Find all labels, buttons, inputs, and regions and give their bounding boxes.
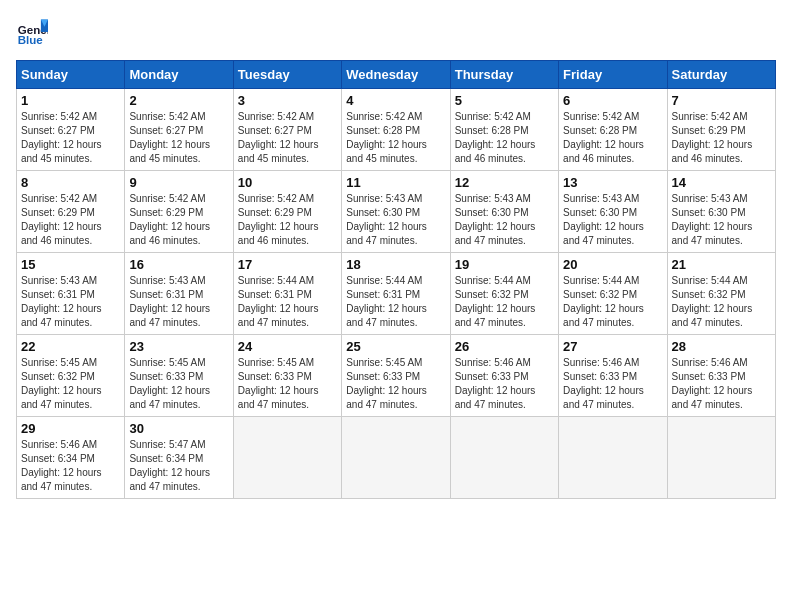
day-info: Sunrise: 5:45 AM Sunset: 6:33 PM Dayligh…: [238, 356, 337, 412]
day-info: Sunrise: 5:45 AM Sunset: 6:32 PM Dayligh…: [21, 356, 120, 412]
day-info: Sunrise: 5:43 AM Sunset: 6:31 PM Dayligh…: [129, 274, 228, 330]
day-info: Sunrise: 5:44 AM Sunset: 6:31 PM Dayligh…: [238, 274, 337, 330]
calendar-cell: 25 Sunrise: 5:45 AM Sunset: 6:33 PM Dayl…: [342, 335, 450, 417]
day-number: 13: [563, 175, 662, 190]
day-info: Sunrise: 5:47 AM Sunset: 6:34 PM Dayligh…: [129, 438, 228, 494]
day-info: Sunrise: 5:44 AM Sunset: 6:32 PM Dayligh…: [563, 274, 662, 330]
day-number: 4: [346, 93, 445, 108]
day-info: Sunrise: 5:42 AM Sunset: 6:29 PM Dayligh…: [672, 110, 771, 166]
day-number: 20: [563, 257, 662, 272]
calendar-cell: 5 Sunrise: 5:42 AM Sunset: 6:28 PM Dayli…: [450, 89, 558, 171]
calendar-cell: 12 Sunrise: 5:43 AM Sunset: 6:30 PM Dayl…: [450, 171, 558, 253]
day-info: Sunrise: 5:43 AM Sunset: 6:30 PM Dayligh…: [672, 192, 771, 248]
logo: General Blue: [16, 16, 52, 48]
day-info: Sunrise: 5:43 AM Sunset: 6:30 PM Dayligh…: [346, 192, 445, 248]
day-number: 9: [129, 175, 228, 190]
calendar-cell: 17 Sunrise: 5:44 AM Sunset: 6:31 PM Dayl…: [233, 253, 341, 335]
calendar-cell: 9 Sunrise: 5:42 AM Sunset: 6:29 PM Dayli…: [125, 171, 233, 253]
calendar-cell: 10 Sunrise: 5:42 AM Sunset: 6:29 PM Dayl…: [233, 171, 341, 253]
day-info: Sunrise: 5:42 AM Sunset: 6:29 PM Dayligh…: [238, 192, 337, 248]
day-info: Sunrise: 5:43 AM Sunset: 6:30 PM Dayligh…: [563, 192, 662, 248]
calendar-cell: 30 Sunrise: 5:47 AM Sunset: 6:34 PM Dayl…: [125, 417, 233, 499]
day-number: 7: [672, 93, 771, 108]
day-number: 11: [346, 175, 445, 190]
calendar-cell: [342, 417, 450, 499]
day-info: Sunrise: 5:42 AM Sunset: 6:27 PM Dayligh…: [21, 110, 120, 166]
day-number: 3: [238, 93, 337, 108]
day-number: 24: [238, 339, 337, 354]
day-number: 16: [129, 257, 228, 272]
page-header: General Blue: [16, 16, 776, 48]
calendar-cell: 11 Sunrise: 5:43 AM Sunset: 6:30 PM Dayl…: [342, 171, 450, 253]
weekday-header-tuesday: Tuesday: [233, 61, 341, 89]
day-number: 27: [563, 339, 662, 354]
calendar-cell: 27 Sunrise: 5:46 AM Sunset: 6:33 PM Dayl…: [559, 335, 667, 417]
calendar-cell: 8 Sunrise: 5:42 AM Sunset: 6:29 PM Dayli…: [17, 171, 125, 253]
calendar-week-row: 29 Sunrise: 5:46 AM Sunset: 6:34 PM Dayl…: [17, 417, 776, 499]
day-number: 14: [672, 175, 771, 190]
day-info: Sunrise: 5:42 AM Sunset: 6:27 PM Dayligh…: [238, 110, 337, 166]
calendar-cell: 3 Sunrise: 5:42 AM Sunset: 6:27 PM Dayli…: [233, 89, 341, 171]
day-info: Sunrise: 5:44 AM Sunset: 6:32 PM Dayligh…: [455, 274, 554, 330]
calendar-cell: 21 Sunrise: 5:44 AM Sunset: 6:32 PM Dayl…: [667, 253, 775, 335]
day-number: 23: [129, 339, 228, 354]
calendar-cell: 26 Sunrise: 5:46 AM Sunset: 6:33 PM Dayl…: [450, 335, 558, 417]
day-number: 1: [21, 93, 120, 108]
calendar-week-row: 8 Sunrise: 5:42 AM Sunset: 6:29 PM Dayli…: [17, 171, 776, 253]
calendar-cell: 16 Sunrise: 5:43 AM Sunset: 6:31 PM Dayl…: [125, 253, 233, 335]
day-number: 15: [21, 257, 120, 272]
day-info: Sunrise: 5:42 AM Sunset: 6:29 PM Dayligh…: [21, 192, 120, 248]
calendar-cell: 28 Sunrise: 5:46 AM Sunset: 6:33 PM Dayl…: [667, 335, 775, 417]
calendar-cell: 24 Sunrise: 5:45 AM Sunset: 6:33 PM Dayl…: [233, 335, 341, 417]
day-info: Sunrise: 5:43 AM Sunset: 6:30 PM Dayligh…: [455, 192, 554, 248]
calendar-cell: 15 Sunrise: 5:43 AM Sunset: 6:31 PM Dayl…: [17, 253, 125, 335]
calendar-week-row: 22 Sunrise: 5:45 AM Sunset: 6:32 PM Dayl…: [17, 335, 776, 417]
weekday-header-sunday: Sunday: [17, 61, 125, 89]
calendar-cell: 19 Sunrise: 5:44 AM Sunset: 6:32 PM Dayl…: [450, 253, 558, 335]
day-info: Sunrise: 5:45 AM Sunset: 6:33 PM Dayligh…: [346, 356, 445, 412]
day-number: 12: [455, 175, 554, 190]
day-number: 21: [672, 257, 771, 272]
day-info: Sunrise: 5:46 AM Sunset: 6:34 PM Dayligh…: [21, 438, 120, 494]
calendar-cell: [450, 417, 558, 499]
day-info: Sunrise: 5:44 AM Sunset: 6:31 PM Dayligh…: [346, 274, 445, 330]
calendar-cell: [559, 417, 667, 499]
day-info: Sunrise: 5:44 AM Sunset: 6:32 PM Dayligh…: [672, 274, 771, 330]
calendar-cell: 18 Sunrise: 5:44 AM Sunset: 6:31 PM Dayl…: [342, 253, 450, 335]
logo-icon: General Blue: [16, 16, 48, 48]
day-info: Sunrise: 5:42 AM Sunset: 6:27 PM Dayligh…: [129, 110, 228, 166]
calendar-cell: 6 Sunrise: 5:42 AM Sunset: 6:28 PM Dayli…: [559, 89, 667, 171]
day-number: 19: [455, 257, 554, 272]
calendar-cell: [667, 417, 775, 499]
weekday-header-row: SundayMondayTuesdayWednesdayThursdayFrid…: [17, 61, 776, 89]
day-number: 28: [672, 339, 771, 354]
calendar-cell: 22 Sunrise: 5:45 AM Sunset: 6:32 PM Dayl…: [17, 335, 125, 417]
day-info: Sunrise: 5:43 AM Sunset: 6:31 PM Dayligh…: [21, 274, 120, 330]
weekday-header-saturday: Saturday: [667, 61, 775, 89]
day-info: Sunrise: 5:45 AM Sunset: 6:33 PM Dayligh…: [129, 356, 228, 412]
calendar-cell: 20 Sunrise: 5:44 AM Sunset: 6:32 PM Dayl…: [559, 253, 667, 335]
day-number: 5: [455, 93, 554, 108]
day-info: Sunrise: 5:42 AM Sunset: 6:28 PM Dayligh…: [346, 110, 445, 166]
calendar-cell: [233, 417, 341, 499]
day-info: Sunrise: 5:42 AM Sunset: 6:28 PM Dayligh…: [455, 110, 554, 166]
calendar-cell: 23 Sunrise: 5:45 AM Sunset: 6:33 PM Dayl…: [125, 335, 233, 417]
day-info: Sunrise: 5:46 AM Sunset: 6:33 PM Dayligh…: [672, 356, 771, 412]
weekday-header-friday: Friday: [559, 61, 667, 89]
calendar-cell: 1 Sunrise: 5:42 AM Sunset: 6:27 PM Dayli…: [17, 89, 125, 171]
day-number: 22: [21, 339, 120, 354]
day-number: 25: [346, 339, 445, 354]
day-number: 29: [21, 421, 120, 436]
calendar-week-row: 15 Sunrise: 5:43 AM Sunset: 6:31 PM Dayl…: [17, 253, 776, 335]
calendar-cell: 14 Sunrise: 5:43 AM Sunset: 6:30 PM Dayl…: [667, 171, 775, 253]
calendar-cell: 4 Sunrise: 5:42 AM Sunset: 6:28 PM Dayli…: [342, 89, 450, 171]
day-number: 26: [455, 339, 554, 354]
calendar-week-row: 1 Sunrise: 5:42 AM Sunset: 6:27 PM Dayli…: [17, 89, 776, 171]
calendar-cell: 29 Sunrise: 5:46 AM Sunset: 6:34 PM Dayl…: [17, 417, 125, 499]
svg-text:Blue: Blue: [18, 34, 44, 46]
calendar-cell: 13 Sunrise: 5:43 AM Sunset: 6:30 PM Dayl…: [559, 171, 667, 253]
day-info: Sunrise: 5:46 AM Sunset: 6:33 PM Dayligh…: [455, 356, 554, 412]
calendar-cell: 2 Sunrise: 5:42 AM Sunset: 6:27 PM Dayli…: [125, 89, 233, 171]
day-number: 8: [21, 175, 120, 190]
day-number: 18: [346, 257, 445, 272]
